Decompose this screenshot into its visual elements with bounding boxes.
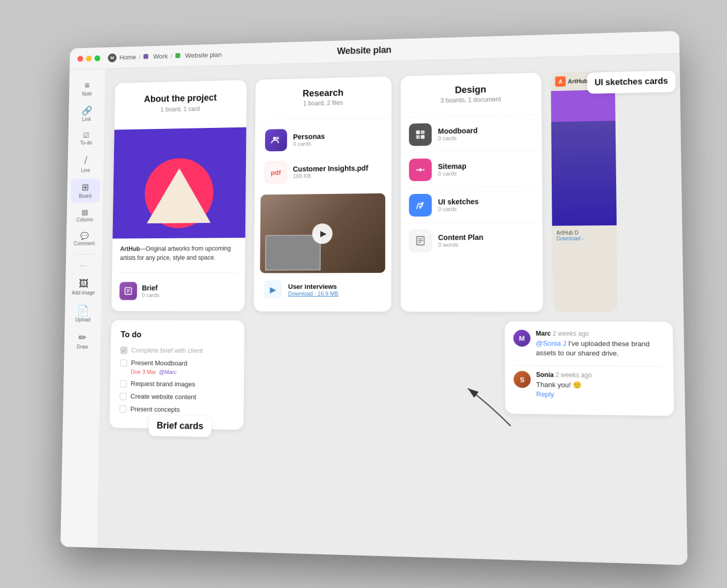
breadcrumb-current[interactable]: Website plan <box>185 51 222 59</box>
sidebar-item-board[interactable]: ⊞ Board <box>71 179 100 203</box>
research-title: Research <box>266 87 382 100</box>
personas-icon <box>265 129 287 152</box>
sidebar-item-comment[interactable]: 💬 Comment <box>70 228 99 251</box>
brief-board-item[interactable]: Brief 0 cards <box>111 277 245 308</box>
sitemap-item[interactable]: Sitemap 0 cards <box>401 151 542 188</box>
about-subtitle: 1 board, 1 card <box>124 105 237 114</box>
breadcrumb-ws-dot <box>175 52 182 60</box>
svg-point-12 <box>423 169 425 171</box>
pdf-size: 188 KB <box>293 172 368 179</box>
breadcrumb-home[interactable]: Home <box>119 53 136 61</box>
todo-due-date: Due 3 Mar <box>131 369 156 375</box>
personas-item[interactable]: Personas 0 cards <box>261 122 385 157</box>
marc-name: Marc <box>536 330 551 337</box>
content-plan-name: Content Plan <box>438 233 484 242</box>
todo-check-4[interactable] <box>120 393 127 400</box>
personas-name: Personas <box>293 132 325 141</box>
sonia-mention[interactable]: @Sonia J <box>536 339 566 348</box>
sidebar-item-link[interactable]: 🔗 Link <box>72 102 101 126</box>
card-design[interactable]: Design 3 boards, 1 document <box>401 73 543 312</box>
arthub-download-link[interactable]: Download - <box>556 236 584 242</box>
download-link[interactable]: Download · 16.9 MB <box>288 290 339 297</box>
sidebar-label-link: Link <box>82 117 91 122</box>
about-hero-image <box>112 127 246 239</box>
svg-point-5 <box>276 137 279 140</box>
arrow-annotation <box>457 383 521 437</box>
pdf-item[interactable]: pdf Customer Insights.pdf 188 KB <box>261 155 386 189</box>
sidebar-label-comment: Comment <box>74 241 95 247</box>
sidebar-label-column: Column <box>76 217 93 223</box>
comment-icon: 💬 <box>80 232 89 239</box>
svg-rect-9 <box>421 135 424 139</box>
card-todo[interactable]: To do ✓ Complete brief with client Prese… <box>109 320 244 430</box>
sidebar-item-column[interactable]: ▤ Column <box>70 204 100 226</box>
sidebar-item-note[interactable]: ≡ Note <box>73 77 102 101</box>
todo-text-5: Present concepts <box>130 405 180 413</box>
play-button[interactable]: ▶ <box>312 223 333 244</box>
research-items: Personas 0 cards pdf Customer Insights.p… <box>255 118 391 193</box>
todo-check-2[interactable] <box>120 360 127 367</box>
sidebar-item-upload[interactable]: 📄 Upload <box>68 301 97 326</box>
ui-sketches-item[interactable]: UI sketches 0 cards <box>401 186 542 223</box>
todo-check-5[interactable] <box>120 405 127 413</box>
page-title: Website plan <box>337 45 391 57</box>
sidebar-item-line[interactable]: / Line <box>71 151 101 177</box>
todo-icon: ☑ <box>83 132 89 139</box>
todo-text-3: Request brand images <box>130 380 195 388</box>
ui-sketches-meta: 0 cards <box>438 206 479 213</box>
comment-marc-body: Marc 2 weeks ago @Sonia J I've uploaded … <box>536 330 664 358</box>
home-icon[interactable]: M <box>108 53 117 62</box>
link-icon: 🔗 <box>81 106 92 115</box>
card-comment: M Marc 2 weeks ago @Sonia J I've uploade… <box>505 321 674 416</box>
sidebar-item-addimage[interactable]: 🖼 Add image <box>69 274 98 299</box>
breadcrumb-work[interactable]: Work <box>153 53 168 60</box>
about-divider <box>120 272 237 273</box>
marc-time: 2 weeks ago <box>553 330 589 338</box>
comment-marc: M Marc 2 weeks ago @Sonia J I've uploade… <box>514 330 665 359</box>
partial-bottom-section: ArtHub D Download - <box>552 225 617 246</box>
sidebar-item-todo[interactable]: ☑ To-do <box>72 127 101 150</box>
line-icon: / <box>84 155 87 166</box>
moodboard-name: Moodboard <box>438 126 477 135</box>
comment-marc-text: @Sonia J I've uploaded these brand asset… <box>536 339 664 359</box>
moodboard-icon <box>409 123 432 146</box>
sitemap-text: Sitemap 0 cards <box>438 162 466 177</box>
sonia-name: Sonia <box>536 371 554 379</box>
canvas: About the project 1 board, 1 card ArtHub… <box>97 54 687 565</box>
note-icon: ≡ <box>85 81 90 90</box>
todo-item-3: Request brand images <box>120 380 234 388</box>
card-research[interactable]: Research 1 board, 2 files <box>254 76 391 312</box>
comment-divider <box>514 365 665 367</box>
ui-sketches-name: UI sketches <box>438 198 479 206</box>
maximize-button[interactable] <box>94 55 100 61</box>
close-button[interactable] <box>77 56 83 62</box>
user-interviews-item[interactable]: ▶ User interviews Download · 16.9 MB <box>254 275 391 304</box>
column-icon: ▤ <box>81 208 88 216</box>
todo-assignee[interactable]: @Marc <box>159 369 176 375</box>
moodboard-item[interactable]: Moodboard 0 cards <box>401 115 542 153</box>
todo-check-1[interactable]: ✓ <box>121 347 127 354</box>
comment-marc-meta: Marc 2 weeks ago <box>536 330 664 338</box>
sidebar-label-todo: To-do <box>80 140 92 145</box>
pdf-icon: pdf <box>265 161 287 184</box>
reply-button[interactable]: Reply <box>536 390 592 399</box>
video-thumbnail[interactable]: ▶ <box>260 193 385 273</box>
content-plan-item[interactable]: Content Plan 0 words <box>401 222 542 258</box>
breadcrumb-sep-1: / <box>139 53 141 60</box>
card-about[interactable]: About the project 1 board, 1 card ArtHub… <box>111 80 246 312</box>
moodboard-text: Moodboard 0 cards <box>438 126 477 141</box>
todo-check-3[interactable] <box>120 380 127 387</box>
comment-sonia-text: Thank you! 🙂 <box>536 380 592 390</box>
arthub-icon: A <box>555 76 566 87</box>
moodboard-meta: 0 cards <box>438 135 477 141</box>
svg-point-15 <box>421 202 424 205</box>
design-header: Design 3 boards, 1 document <box>401 73 541 118</box>
laptop-screen <box>265 235 321 271</box>
minimize-button[interactable] <box>86 55 92 61</box>
svg-point-4 <box>273 137 276 140</box>
content-plan-meta: 0 words <box>438 241 484 248</box>
sidebar-item-draw[interactable]: ✏ Draw <box>68 329 97 354</box>
sidebar-item-more[interactable]: ··· <box>69 258 98 272</box>
svg-rect-8 <box>416 135 420 139</box>
brief-cards-annotation-text: Brief cards <box>157 420 204 431</box>
